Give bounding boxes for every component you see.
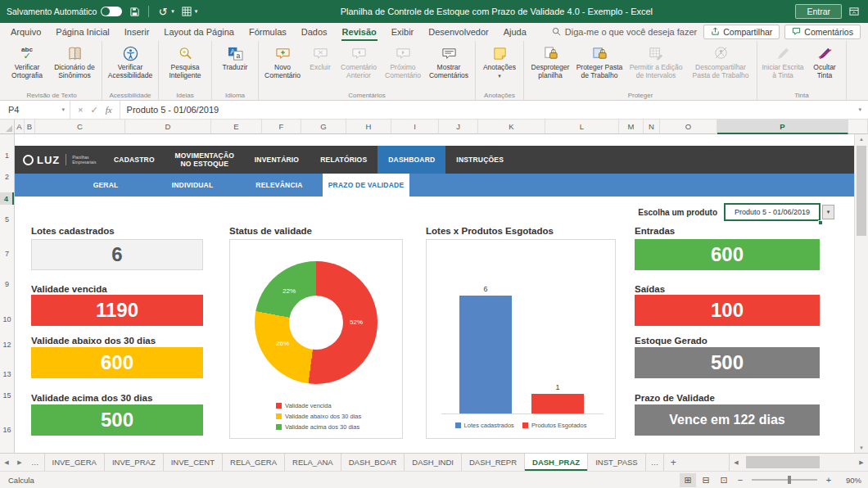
subnav-tab-individual[interactable]: INDIVIDUAL <box>149 174 236 197</box>
row-header[interactable]: 2 <box>0 170 14 183</box>
product-picker-dropdown-icon[interactable]: ▾ <box>822 205 834 219</box>
cancel-icon[interactable]: × <box>78 105 83 115</box>
zoom-level[interactable]: 90% <box>837 476 863 485</box>
column-header[interactable]: N <box>644 120 660 134</box>
menu-tab-desenvolvedor[interactable]: Desenvolvedor <box>421 23 495 41</box>
nav-tab-cadastro[interactable]: CADASTRO <box>103 146 165 174</box>
allow-edit-ranges-button[interactable]: Permitir a Edição de Intervalos <box>625 43 687 79</box>
formula-bar-expand-caret[interactable]: ▾ <box>852 106 868 113</box>
formula-input[interactable]: Produto 5 - 01/06/2019 <box>120 105 852 115</box>
column-header[interactable]: K <box>478 120 545 134</box>
menu-tab-arquivo[interactable]: Arquivo <box>3 23 48 41</box>
zoom-slider[interactable] <box>752 479 817 481</box>
sheet-tab-inve-praz[interactable]: INVE_PRAZ <box>105 454 164 471</box>
column-header[interactable]: L <box>545 120 619 134</box>
cell-fill-handle[interactable] <box>818 220 823 225</box>
zoom-slider-thumb[interactable] <box>788 476 791 484</box>
row-header[interactable]: 16 <box>0 423 14 436</box>
menu-tab-pagina-inicial[interactable]: Página Inicial <box>48 23 116 41</box>
select-all-corner[interactable] <box>0 120 15 134</box>
row-header-selected[interactable]: 4 <box>0 192 14 205</box>
sheet-tab-rela-gera[interactable]: RELA_GERA <box>223 454 285 471</box>
column-header[interactable]: E <box>211 120 262 134</box>
nav-tab-relatorios[interactable]: RELATÓRIOS <box>310 146 377 174</box>
undo-dropdown-caret[interactable]: ▾ <box>171 8 174 15</box>
autosave-control[interactable]: Salvamento Automático <box>7 7 122 16</box>
autosave-toggle[interactable] <box>101 7 122 16</box>
scroll-down-icon[interactable]: ▼ <box>855 445 868 450</box>
share-button[interactable]: Compartilhar <box>703 25 780 39</box>
sheet-tab-overflow[interactable]: … <box>646 454 665 471</box>
scroll-right-icon[interactable]: ▶ <box>855 459 868 466</box>
vertical-scrollbar[interactable]: ▲ ▼ <box>854 134 868 453</box>
smart-lookup-button[interactable]: Pesquisa Inteligente <box>161 43 209 79</box>
new-comment-button[interactable]: Novo Comentário <box>261 43 304 79</box>
product-picker-select[interactable]: Produto 5 - 01/06/2019 <box>724 203 821 221</box>
spelling-button[interactable]: abc✓ Verificar Ortografia <box>4 43 50 79</box>
row-header[interactable]: 1 <box>0 149 14 161</box>
column-header[interactable]: J <box>439 120 478 134</box>
menu-tab-exibir[interactable]: Exibir <box>384 23 422 41</box>
menu-tab-dados[interactable]: Dados <box>294 23 335 41</box>
vertical-scroll-thumb[interactable] <box>857 146 866 236</box>
column-header[interactable]: A <box>15 120 25 134</box>
check-accessibility-button[interactable]: Verificar Acessibilidade <box>105 43 156 79</box>
row-header[interactable]: 9 <box>0 278 14 290</box>
menu-tab-layout[interactable]: Layout da Página <box>156 23 242 41</box>
sheet-tab-dash-boar[interactable]: DASH_BOAR <box>341 454 405 471</box>
unshare-workbook-button[interactable]: Descompartilhar Pasta de Trabalho <box>687 43 754 79</box>
menu-tab-revisao[interactable]: Revisão <box>335 23 384 41</box>
nav-tab-inventario[interactable]: INVENTÁRIO <box>244 146 310 174</box>
subnav-tab-prazo-de-validade[interactable]: PRAZO DE VALIDADE <box>323 174 409 197</box>
sheet-nav-left-icon[interactable]: ◀ <box>0 454 13 471</box>
tell-me-search[interactable]: Diga-me o que você deseja fazer <box>545 27 703 38</box>
sheet-nav-right-icon[interactable]: ▶ <box>13 454 26 471</box>
quick-access-table-icon[interactable] <box>179 5 194 18</box>
column-header[interactable]: M <box>619 120 644 134</box>
sheet-tab-dash-indi[interactable]: DASH_INDI <box>405 454 462 471</box>
new-sheet-button[interactable]: + <box>664 454 682 471</box>
column-header[interactable]: D <box>125 120 211 134</box>
sheet-tab-dash-repr[interactable]: DASH_REPR <box>462 454 525 471</box>
notes-button[interactable]: Anotações ▾ <box>478 43 521 79</box>
scroll-left-icon[interactable]: ◀ <box>730 459 743 466</box>
row-header[interactable]: 7 <box>0 247 14 260</box>
row-header[interactable]: 10 <box>0 313 14 325</box>
sheet-tab-inve-cent[interactable]: INVE_CENT <box>164 454 223 471</box>
enter-icon[interactable]: ✓ <box>90 105 97 115</box>
protect-workbook-button[interactable]: Proteger Pasta de Trabalho <box>574 43 625 79</box>
sheet-tab-overflow[interactable]: … <box>26 454 45 471</box>
column-header[interactable]: F <box>262 120 301 134</box>
name-box[interactable]: P4 ▾ <box>0 101 70 119</box>
comments-button[interactable]: Comentários <box>784 25 861 39</box>
next-comment-button[interactable]: Próximo Comentário <box>381 43 425 79</box>
column-header[interactable]: G <box>301 120 346 134</box>
zoom-out-button[interactable]: − <box>734 475 747 485</box>
quick-access-caret[interactable]: ▾ <box>195 8 198 15</box>
page-break-view-icon[interactable]: ⊡ <box>716 473 732 487</box>
previous-comment-button[interactable]: Comentário Anterior <box>337 43 381 79</box>
subnav-tab-geral[interactable]: GERAL <box>62 174 149 197</box>
sheet-tab-inst-pass[interactable]: INST_PASS <box>588 454 646 471</box>
menu-tab-ajuda[interactable]: Ajuda <box>496 23 534 41</box>
horizontal-scroll-thumb[interactable] <box>746 456 820 468</box>
undo-icon[interactable]: ↺ <box>156 5 170 18</box>
hide-ink-button[interactable]: Ocultar Tinta <box>806 43 843 79</box>
start-inking-button[interactable]: Iniciar Escrita à Tinta <box>760 43 806 79</box>
ribbon-display-options-icon[interactable] <box>847 5 861 18</box>
sheet-tab-inve-gera[interactable]: INVE_GERA <box>45 454 105 471</box>
horizontal-scrollbar[interactable]: ◀ ▶ <box>729 454 868 471</box>
column-header-selected[interactable]: P <box>717 120 848 134</box>
thesaurus-button[interactable]: Dicionário de Sinônimos <box>50 43 99 79</box>
show-comments-button[interactable]: Mostrar Comentários <box>425 43 472 79</box>
insert-function-button[interactable]: fx <box>106 105 112 115</box>
row-header[interactable]: 13 <box>0 368 14 380</box>
column-header[interactable]: O <box>660 120 717 134</box>
nav-tab-dashboard[interactable]: DASHBOARD <box>377 146 445 174</box>
sheet-tab-rela-ana[interactable]: RELA_ANA <box>285 454 341 471</box>
subnav-tab-relevancia[interactable]: RELEVÂNCIA <box>236 174 323 197</box>
save-icon[interactable] <box>127 5 142 18</box>
page-layout-view-icon[interactable]: ⊟ <box>698 473 714 487</box>
column-header[interactable]: B <box>25 120 35 134</box>
scroll-up-icon[interactable]: ▲ <box>855 137 868 142</box>
